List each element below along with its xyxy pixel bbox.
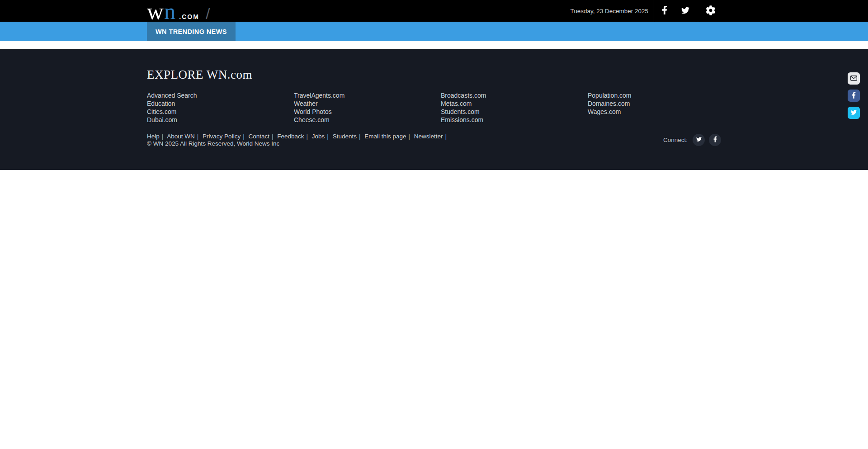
logo-com-suffix: .COM [179, 13, 199, 20]
logo-n: n [164, 0, 176, 24]
footer-link-advanced-search[interactable]: Advanced Search [147, 92, 197, 99]
legal-link-jobs[interactable]: Jobs [312, 133, 325, 140]
topbar-right-group: Tuesday, 23 December 2025 [570, 0, 721, 22]
separator: | [307, 133, 308, 140]
legal-link-students[interactable]: Students [333, 133, 357, 140]
share-facebook-button[interactable] [848, 90, 860, 102]
legal-link-contact[interactable]: Contact [248, 133, 269, 140]
explore-heading: EXPLORE WN.com [147, 69, 721, 81]
envelope-icon [850, 75, 858, 83]
facebook-icon [852, 92, 856, 100]
footer-link-columns: Advanced Search Education Cities.com Dub… [147, 91, 721, 124]
floating-share-widget [848, 72, 860, 119]
twitter-button[interactable] [675, 0, 696, 22]
footer-link-cheese[interactable]: Cheese.com [294, 116, 330, 123]
connect-twitter-button[interactable] [693, 134, 705, 146]
footer-link-students[interactable]: Students.com [441, 108, 480, 115]
footer-link-broadcasts[interactable]: Broadcasts.com [441, 92, 486, 99]
legal-link-feedback[interactable]: Feedback [277, 133, 304, 140]
gear-icon [706, 5, 716, 17]
site-footer: EXPLORE WN.com Advanced Search Education… [0, 49, 868, 170]
trending-bar: WN TRENDING NEWS [0, 22, 868, 41]
wn-logo[interactable]: wn .COM / [147, 2, 210, 20]
separator: | [359, 133, 361, 140]
separator: | [162, 133, 164, 140]
twitter-icon [680, 6, 690, 16]
copyright-text: © WN 2025 All Rights Reserved, World New… [147, 140, 449, 147]
facebook-button[interactable] [654, 0, 675, 22]
separator: | [409, 133, 410, 140]
current-date: Tuesday, 23 December 2025 [570, 8, 648, 14]
divider-gap [696, 0, 700, 22]
logo-slash: / [206, 7, 210, 20]
twitter-icon [696, 137, 702, 143]
footer-link-emissions[interactable]: Emissions.com [441, 116, 483, 123]
settings-button[interactable] [700, 0, 721, 22]
logo-w: w [147, 0, 164, 24]
separator: | [272, 133, 274, 140]
footer-link-travelagents[interactable]: TravelAgents.com [294, 92, 344, 99]
footer-link-weather[interactable]: Weather [294, 100, 318, 107]
separator: | [327, 133, 329, 140]
top-bar: wn .COM / Tuesday, 23 December 2025 [0, 0, 868, 22]
legal-link-newsletter[interactable]: Newsletter [414, 133, 443, 140]
separator: | [445, 133, 447, 140]
footer-link-population[interactable]: Population.com [588, 92, 632, 99]
legal-links-block: Help| About WN| Privacy Policy| Contact|… [147, 133, 449, 147]
footer-column-4: Population.com Domaines.com Wages.com [588, 91, 735, 124]
connect-label: Connect: [663, 137, 688, 143]
footer-bottom-row: Help| About WN| Privacy Policy| Contact|… [147, 133, 721, 147]
content-gap [0, 41, 868, 49]
facebook-icon [662, 5, 667, 16]
share-email-button[interactable] [848, 72, 860, 85]
footer-column-2: TravelAgents.com Weather World Photos Ch… [294, 91, 441, 124]
footer-link-domaines[interactable]: Domaines.com [588, 100, 630, 107]
share-twitter-button[interactable] [848, 107, 860, 119]
footer-link-metas[interactable]: Metas.com [441, 100, 472, 107]
connect-facebook-button[interactable] [709, 134, 721, 146]
connect-block: Connect: [663, 134, 721, 146]
footer-column-1: Advanced Search Education Cities.com Dub… [147, 91, 294, 124]
separator: | [243, 133, 245, 140]
tab-trending-news[interactable]: WN TRENDING NEWS [147, 22, 236, 41]
footer-link-wages[interactable]: Wages.com [588, 108, 621, 115]
footer-link-world-photos[interactable]: World Photos [294, 108, 332, 115]
twitter-icon [850, 109, 857, 117]
footer-link-education[interactable]: Education [147, 100, 175, 107]
legal-link-help[interactable]: Help [147, 133, 160, 140]
footer-column-3: Broadcasts.com Metas.com Students.com Em… [441, 91, 588, 124]
footer-link-cities[interactable]: Cities.com [147, 108, 176, 115]
legal-link-about-wn[interactable]: About WN [167, 133, 195, 140]
legal-link-privacy-policy[interactable]: Privacy Policy [203, 133, 241, 140]
legal-link-email-this-page[interactable]: Email this page [364, 133, 406, 140]
separator: | [197, 133, 199, 140]
legal-links-line: Help| About WN| Privacy Policy| Contact|… [147, 133, 449, 140]
facebook-icon [713, 136, 717, 144]
footer-link-dubai[interactable]: Dubai.com [147, 116, 177, 123]
